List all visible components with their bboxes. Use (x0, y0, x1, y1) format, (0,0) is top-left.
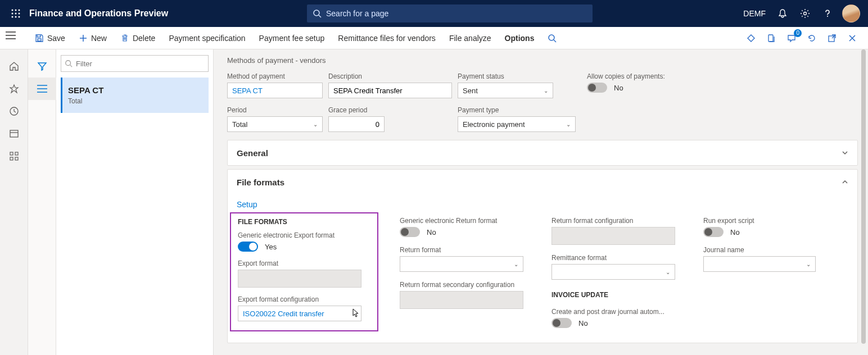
file-formats-section-header: FILE FORMATS (238, 218, 370, 226)
svg-point-6 (12, 16, 13, 18)
save-label: Save (47, 34, 65, 43)
remittance-files-button[interactable]: Remittance files for vendors (331, 27, 442, 49)
payment-fee-setup-button[interactable]: Payment fee setup (252, 27, 332, 49)
action-bar: Save New Delete Payment specification Pa… (0, 27, 868, 49)
search-input[interactable] (326, 9, 587, 18)
payment-type-label: Payment type (458, 106, 576, 114)
remittance-label: Remittance format (551, 254, 675, 262)
create-post-value: No (578, 319, 588, 327)
notifications-icon[interactable] (771, 0, 794, 27)
diamond-icon[interactable] (742, 29, 760, 47)
new-button[interactable]: New (72, 27, 114, 49)
modules-rail-icon[interactable] (0, 145, 28, 167)
return-config-field[interactable] (551, 227, 675, 245)
list-item-subtitle: Total (68, 97, 203, 105)
list-lines-icon[interactable] (28, 78, 56, 100)
settings-icon[interactable] (794, 0, 816, 27)
create-post-toggle[interactable] (551, 318, 572, 328)
workspaces-rail-icon[interactable] (0, 122, 28, 145)
return-secondary-label: Return format secondary configuration (400, 281, 523, 289)
svg-line-10 (319, 15, 321, 17)
user-avatar[interactable] (842, 4, 860, 22)
payment-type-select[interactable]: Electronic payment⌄ (458, 116, 576, 132)
delete-button[interactable]: Delete (114, 27, 162, 49)
options-button[interactable]: Options (498, 27, 541, 49)
method-label: Method of payment (227, 72, 323, 80)
run-export-label: Run export script (703, 217, 816, 225)
remittance-select[interactable]: ⌄ (551, 264, 675, 280)
save-button[interactable]: Save (28, 27, 72, 49)
scrollbar-thumb[interactable] (861, 49, 866, 344)
filter-funnel-icon[interactable] (28, 55, 56, 78)
svg-rect-21 (10, 157, 13, 160)
allow-copies-label: Allow copies of payments: (587, 72, 665, 80)
popout-icon[interactable] (823, 29, 841, 47)
cursor-icon (351, 308, 359, 318)
generic-return-toggle[interactable] (400, 227, 420, 237)
svg-point-5 (19, 13, 20, 15)
attach-icon[interactable] (762, 29, 780, 47)
file-formats-expander-header[interactable]: File formats (228, 170, 857, 194)
scrollbar-track (861, 49, 867, 355)
svg-point-4 (15, 13, 17, 15)
allow-copies-value: No (614, 84, 623, 92)
list-filter-box[interactable] (61, 55, 209, 72)
return-config-label: Return format configuration (551, 217, 675, 225)
generic-export-value: Yes (265, 243, 277, 251)
company-selector[interactable]: DEMF (738, 0, 771, 27)
run-export-toggle[interactable] (703, 227, 724, 237)
file-analyze-button[interactable]: File analyze (442, 27, 498, 49)
home-rail-icon[interactable] (0, 55, 28, 78)
svg-rect-18 (10, 130, 18, 137)
svg-point-13 (549, 35, 554, 40)
generic-export-toggle[interactable] (238, 242, 258, 252)
return-secondary-field[interactable] (400, 291, 523, 309)
favorites-rail-icon[interactable] (0, 78, 28, 100)
list-pane: SEPA CT Total (56, 49, 214, 355)
journal-select[interactable]: ⌄ (703, 256, 816, 272)
period-select[interactable]: Total⌄ (227, 116, 323, 132)
chevron-up-icon (842, 179, 848, 185)
method-field[interactable]: SEPA CT (227, 83, 323, 98)
run-export-value: No (730, 228, 740, 236)
global-search[interactable] (307, 4, 593, 22)
refresh-icon[interactable] (803, 29, 821, 47)
journal-label: Journal name (703, 246, 816, 254)
messages-icon[interactable]: 0 (783, 29, 801, 47)
grace-field[interactable] (328, 116, 385, 132)
recent-rail-icon[interactable] (0, 100, 28, 122)
filter-pane (28, 49, 56, 355)
close-icon[interactable] (843, 29, 861, 47)
breadcrumb: Methods of payment - vendors (227, 56, 858, 65)
svg-point-2 (19, 10, 20, 11)
svg-rect-19 (10, 152, 13, 155)
svg-rect-22 (15, 157, 18, 160)
list-item[interactable]: SEPA CT Total (61, 78, 209, 113)
export-format-field[interactable] (238, 270, 361, 288)
general-expander-header[interactable]: General (228, 140, 857, 165)
list-filter-input[interactable] (76, 60, 205, 68)
help-icon[interactable] (816, 0, 839, 27)
description-field[interactable] (328, 83, 452, 98)
svg-point-3 (12, 13, 13, 15)
allow-copies-toggle[interactable] (587, 83, 607, 93)
payment-specification-button[interactable]: Payment specification (162, 27, 252, 49)
svg-line-24 (70, 65, 73, 67)
payment-status-label: Payment status (458, 72, 553, 80)
svg-line-14 (554, 40, 556, 42)
nav-collapse-button[interactable] (6, 31, 16, 41)
description-label: Description (328, 72, 452, 80)
list-item-title: SEPA CT (68, 85, 203, 95)
grace-label: Grace period (328, 106, 385, 114)
return-format-label: Return format (400, 246, 523, 254)
generic-return-label: Generic electronic Return format (400, 217, 523, 225)
export-format-config-select[interactable]: ISO20022 Credit transfer (238, 306, 361, 321)
return-format-select[interactable]: ⌄ (400, 256, 523, 272)
svg-point-11 (804, 12, 807, 15)
period-label: Period (227, 106, 323, 114)
payment-status-select[interactable]: Sent⌄ (458, 83, 553, 98)
app-launcher-icon[interactable] (4, 0, 27, 27)
create-post-label: Create and post draw journal autom... (551, 308, 675, 316)
generic-export-label: Generic electronic Export format (238, 231, 370, 239)
action-search-icon[interactable] (541, 27, 563, 49)
